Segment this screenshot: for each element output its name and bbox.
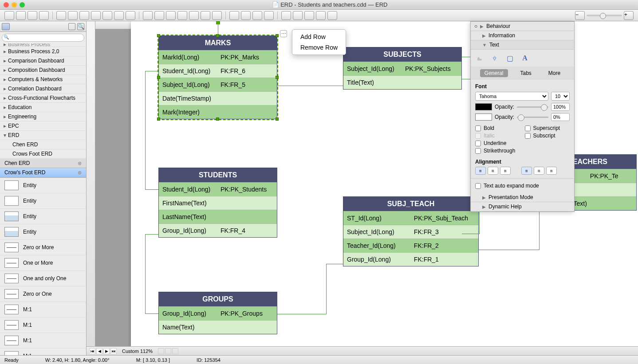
opacity-value-1[interactable] <box>551 103 570 111</box>
tool-align3[interactable] <box>79 11 89 20</box>
panel-section-behaviour[interactable]: ○▶Behaviour <box>471 22 574 31</box>
tool-pen[interactable] <box>327 11 337 20</box>
entity-row[interactable]: ST_Id(Long)PK:PK_Subj_Teach <box>343 211 478 225</box>
tool-align1[interactable] <box>56 11 66 20</box>
connector[interactable] <box>326 264 327 314</box>
tree-subitem[interactable]: Crows Foot ERD <box>0 149 86 159</box>
entity-row[interactable]: Subject_Id(Long)FK:FR_5 <box>159 78 277 91</box>
tab-tabs[interactable]: Tabs <box>516 69 536 77</box>
tool-group1[interactable] <box>229 11 239 20</box>
connector[interactable] <box>326 264 343 264</box>
tool-rect[interactable] <box>16 11 26 20</box>
font-size-select[interactable]: 10 <box>551 92 570 101</box>
zoom-in-icon[interactable]: + <box>624 11 634 20</box>
align-bottom-icon[interactable]: ≡ <box>546 167 557 175</box>
font-family-select[interactable]: Tahoma <box>475 92 548 101</box>
tree-item[interactable]: ▸Composition Dashboard <box>0 66 86 75</box>
tool-ellipse[interactable] <box>28 11 37 20</box>
shape-item[interactable]: Entity <box>0 209 86 224</box>
minimize-icon[interactable] <box>12 2 17 8</box>
tool-align5[interactable] <box>102 11 112 20</box>
tree-item[interactable]: ▸EPC <box>0 121 86 131</box>
resize-handle[interactable] <box>276 117 279 121</box>
tool-align6[interactable] <box>114 11 124 20</box>
tool-conn3[interactable] <box>166 11 176 20</box>
shape-item[interactable]: Entity <box>0 193 86 209</box>
tree-item[interactable]: ▸Education <box>0 103 86 112</box>
shape-item[interactable]: One and only One <box>0 271 86 286</box>
chk-auto-expand[interactable]: Text auto expand mode <box>471 180 574 192</box>
tree-item[interactable]: ▸Engineering <box>0 112 86 121</box>
shape-item[interactable]: Entity <box>0 178 86 193</box>
tool-zoom[interactable] <box>293 11 303 20</box>
chk-underline[interactable]: Underline <box>475 140 520 146</box>
tool-conn6[interactable] <box>201 11 210 20</box>
close-icon[interactable]: ⊗ <box>78 170 82 176</box>
entity-row[interactable]: MarkId(Long)PK:PK_Marks <box>159 50 277 64</box>
entity-row[interactable]: Date(TimeStamp) <box>159 91 277 105</box>
opacity-slider-1[interactable] <box>517 106 548 108</box>
search-tab-icon[interactable]: 🔍 <box>77 23 84 30</box>
shape-item[interactable]: Zero or One <box>0 286 86 302</box>
opacity-value-2[interactable] <box>551 113 570 121</box>
entity-subj_teach[interactable]: SUBJ_TEACHST_Id(Long)PK:PK_Subj_TeachSub… <box>343 196 479 266</box>
tool-hand[interactable] <box>304 11 314 20</box>
zoom-out-icon[interactable]: − <box>575 11 585 20</box>
grid-view-icon[interactable] <box>68 23 75 30</box>
zoom-level[interactable]: Custom 112% <box>122 348 153 354</box>
entity-subjects[interactable]: SUBJECTSSubject_Id(Long)PK:PK_SubjectsTi… <box>343 47 462 90</box>
shape-item[interactable]: Entity <box>0 224 86 240</box>
entity-row[interactable]: Title(Text) <box>343 75 461 89</box>
tool-conn1[interactable] <box>143 11 153 20</box>
tool-group2[interactable] <box>241 11 251 20</box>
tree-item[interactable]: ▸Comparison Dashboard <box>0 56 86 66</box>
search-input[interactable] <box>2 34 84 42</box>
tool-refresh[interactable] <box>281 11 291 20</box>
zoom-icon[interactable] <box>20 2 25 8</box>
tree-item[interactable]: ▸Correlation Dashboard <box>0 84 86 94</box>
tool-pointer[interactable] <box>4 11 14 20</box>
align-top-icon[interactable]: ≡ <box>521 167 532 175</box>
view-controls[interactable] <box>158 348 178 354</box>
tool-conn4[interactable] <box>177 11 187 20</box>
entity-row[interactable]: LastName(Text) <box>159 210 277 223</box>
tab-general[interactable]: General <box>480 69 508 77</box>
entity-row[interactable]: Mark(Integer) <box>159 105 277 119</box>
entity-students[interactable]: STUDENTSStudent_Id(Long)PK:PK_StudentsFi… <box>158 168 277 238</box>
tool-conn7[interactable] <box>212 11 222 20</box>
tool-user[interactable] <box>316 11 326 20</box>
entity-row[interactable]: Student_Id(Long)PK:PK_Students <box>159 182 277 196</box>
shape-item[interactable]: One or More <box>0 255 86 271</box>
tab-more[interactable]: More <box>544 69 565 77</box>
zoom-slider[interactable] <box>587 15 622 16</box>
text-highlight-icon[interactable]: ⎀ <box>489 53 500 63</box>
entity-groups[interactable]: GROUPSGroup_Id(Long)PK:PK_GroupsName(Tex… <box>158 292 277 334</box>
resize-handle[interactable] <box>157 34 160 37</box>
connector[interactable] <box>479 250 539 250</box>
connector[interactable] <box>145 71 158 190</box>
align-left-icon[interactable]: ≡ <box>475 167 486 175</box>
entity-row[interactable]: Subject_Id(Long)FK:FR_3 <box>343 225 478 239</box>
resize-handle[interactable] <box>216 117 219 121</box>
menu-add-row[interactable]: Add Row <box>292 31 346 42</box>
tool-group4[interactable] <box>264 11 274 20</box>
connector[interactable] <box>462 234 480 235</box>
entity-row[interactable]: Group_Id(Long)FK:FR_4 <box>159 223 277 237</box>
chk-superscript[interactable]: Superscript <box>525 125 570 131</box>
tree-item[interactable]: ▸Business Process 2,0 <box>0 47 86 56</box>
tree-item[interactable]: ▾ERD <box>0 131 86 140</box>
resize-handle[interactable] <box>276 76 279 79</box>
connector[interactable] <box>277 86 343 86</box>
library-tab[interactable]: Crow's Foot ERD⊗ <box>0 168 86 177</box>
menu-remove-row[interactable]: Remove Row <box>292 42 346 53</box>
tool-group3[interactable] <box>252 11 262 20</box>
entity-row[interactable]: FirstName(Text) <box>159 196 277 210</box>
entity-row[interactable]: Group_Id(Long)PK:PK_Groups <box>159 306 277 320</box>
tree-item[interactable]: ▸Computers & Networks <box>0 75 86 84</box>
chk-italic[interactable]: Italic <box>475 133 520 139</box>
shape-item[interactable]: M:1 <box>0 302 86 317</box>
page-nav[interactable]: ⏮◀▶⏭ <box>89 348 117 354</box>
tool-text[interactable] <box>39 11 49 20</box>
tree-item[interactable]: ▸Cross-Functional Flowcharts <box>0 94 86 103</box>
tool-align2[interactable] <box>68 11 78 20</box>
